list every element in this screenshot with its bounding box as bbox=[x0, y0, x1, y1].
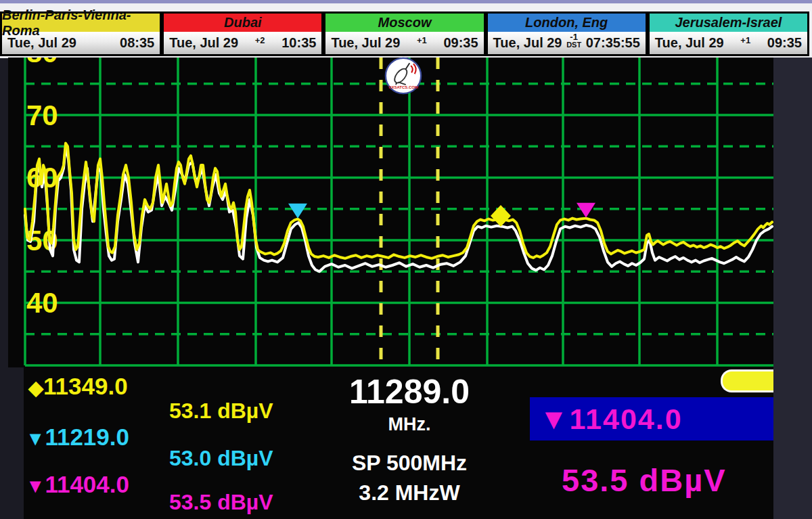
marker1-level: 53.1 dBµV bbox=[169, 399, 273, 424]
clock-offset: +2 bbox=[255, 36, 265, 45]
marker3-frequency: ▼11404.0 bbox=[26, 471, 129, 498]
clock-panel-jerusalem[interactable]: Jerusalem-Israel Tue, Jul 29 +1 09:35 bbox=[648, 12, 809, 56]
clock-date: Tue, Jul 29 bbox=[169, 35, 238, 51]
clock-date: Tue, Jul 29 bbox=[331, 35, 400, 51]
clock-city-label: Jerusalem-Israel bbox=[650, 14, 807, 32]
bandwidth-readout: 3.2 MHzW bbox=[304, 480, 514, 505]
clock-city-label: London, Eng bbox=[488, 14, 646, 32]
clock-time: 09:35 bbox=[767, 35, 802, 51]
svg-text:40: 40 bbox=[26, 287, 58, 319]
clock-panel-london[interactable]: London, Eng Tue, Jul 29 -1DST 07:35:55 bbox=[486, 12, 648, 56]
clock-time-row: Tue, Jul 29 +2 10:35 bbox=[164, 32, 321, 54]
clock-time-row: Tue, Jul 29 +1 09:35 bbox=[325, 32, 483, 54]
clock-time: 10:35 bbox=[281, 35, 316, 51]
span-readout: SP 500MHz bbox=[304, 451, 514, 476]
triangle-marker-icon: ▼ bbox=[26, 428, 45, 449]
marker2-level: 53.0 dBµV bbox=[169, 446, 273, 471]
clock-date: Tue, Jul 29 bbox=[493, 35, 562, 51]
right-edge-strip bbox=[773, 58, 812, 519]
dxsatcs-logo: DXSATCS.COM bbox=[384, 57, 422, 95]
clock-panel-berlin[interactable]: Berlin-Paris-Vienna-Roma Tue, Jul 29 08:… bbox=[0, 12, 162, 56]
center-frequency-value: 11289.0 bbox=[304, 372, 514, 411]
clock-offset: +1 bbox=[417, 36, 427, 45]
svg-text:70: 70 bbox=[26, 99, 58, 131]
marker3-level: 53.5 dBµV bbox=[169, 490, 273, 515]
marker1-frequency: ◆11349.0 bbox=[28, 373, 128, 400]
center-frequency-unit: MHz. bbox=[304, 414, 514, 435]
clock-date: Tue, Jul 29 bbox=[655, 35, 724, 51]
clock-offset: -1DST bbox=[566, 32, 581, 49]
clock-offset: +1 bbox=[740, 36, 750, 45]
clock-date: Tue, Jul 29 bbox=[7, 35, 76, 51]
clock-panel-moscow[interactable]: Moscow Tue, Jul 29 +1 09:35 bbox=[323, 12, 485, 56]
active-marker-frequency: ▼11404.0 bbox=[530, 403, 683, 436]
diamond-marker-icon: ◆ bbox=[28, 377, 43, 399]
yellow-indicator-pill[interactable] bbox=[721, 369, 777, 392]
clock-panel-dubai[interactable]: Dubai Tue, Jul 29 +2 10:35 bbox=[162, 12, 323, 56]
clock-time: 09:35 bbox=[443, 35, 478, 51]
marker2-frequency: ▼11219.0 bbox=[26, 424, 129, 451]
clock-city-label: Moscow bbox=[325, 14, 483, 32]
clock-time-row: Tue, Jul 29 -1DST 07:35:55 bbox=[488, 32, 646, 54]
clock-time: 08:35 bbox=[120, 35, 154, 51]
clock-time-row: Tue, Jul 29 +1 09:35 bbox=[650, 32, 807, 54]
world-clock-bar: Berlin-Paris-Vienna-Roma Tue, Jul 29 08:… bbox=[0, 12, 809, 56]
clock-city-label: Dubai bbox=[164, 14, 321, 32]
svg-text:80: 80 bbox=[26, 58, 58, 68]
triangle-marker-icon: ▼ bbox=[539, 403, 570, 435]
spectrum-chart: 8070605040 bbox=[8, 58, 773, 367]
spectrum-plot: 8070605040 bbox=[8, 58, 773, 367]
clock-time: 07:35:55 bbox=[586, 35, 640, 51]
active-marker-box: ▼11404.0 bbox=[530, 397, 773, 441]
spectrum-analyzer-screen: Berlin-Paris-Vienna-Roma Tue, Jul 29 08:… bbox=[0, 0, 812, 519]
svg-text:DXSATCS.COM: DXSATCS.COM bbox=[388, 85, 418, 89]
active-marker-level: 53.5 dBµV bbox=[562, 461, 727, 499]
clock-city-label: Berlin-Paris-Vienna-Roma bbox=[2, 14, 160, 32]
satellite-dish-icon: DXSATCS.COM bbox=[384, 57, 422, 95]
triangle-marker-icon: ▼ bbox=[26, 475, 45, 497]
